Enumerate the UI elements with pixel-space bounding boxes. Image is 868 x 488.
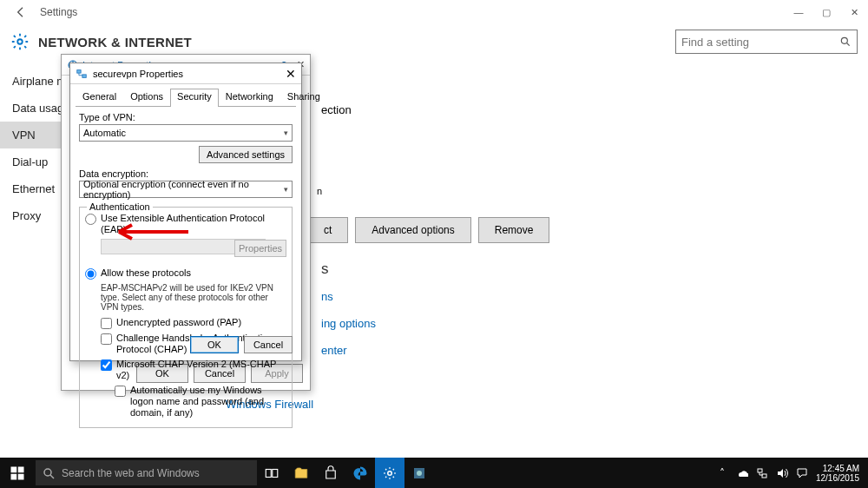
minimize-button[interactable]: — bbox=[785, 3, 812, 22]
search-input[interactable] bbox=[681, 36, 839, 49]
mschap-checkbox[interactable] bbox=[101, 359, 112, 371]
mschap-label: Microsoft CHAP Version 2 (MS-CHAP v2) bbox=[116, 359, 286, 381]
back-button[interactable] bbox=[9, 0, 33, 24]
svg-rect-7 bbox=[11, 473, 17, 479]
authentication-groupbox: Authentication Use Extensible Authentica… bbox=[79, 207, 293, 428]
tab-sharing[interactable]: Sharing bbox=[280, 89, 327, 107]
svg-point-9 bbox=[44, 469, 51, 476]
svg-rect-4 bbox=[82, 74, 86, 77]
chap-checkbox[interactable] bbox=[101, 333, 112, 345]
allow-protocols-desc: EAP-MSCHAPv2 will be used for IKEv2 VPN … bbox=[101, 283, 286, 312]
svg-rect-15 bbox=[758, 469, 762, 472]
link-windows-firewall[interactable]: Windows Firewall bbox=[226, 398, 842, 411]
auto-logon-label: Automatically use my Windows logon name … bbox=[130, 385, 286, 419]
maximize-button[interactable]: ▢ bbox=[812, 3, 840, 22]
taskbar-search-placeholder: Search the web and Windows bbox=[62, 467, 200, 479]
connect-button-partial[interactable]: ct bbox=[307, 217, 348, 243]
vpn-dialog-title: securevpn Properties bbox=[93, 69, 286, 79]
tab-strip: General Options Security Networking Shar… bbox=[76, 88, 296, 107]
pap-label: Unencrypted password (PAP) bbox=[116, 317, 241, 328]
app-button[interactable] bbox=[404, 458, 434, 488]
tab-general[interactable]: General bbox=[76, 89, 123, 107]
tab-options[interactable]: Options bbox=[123, 89, 170, 107]
data-encryption-label: Data encryption: bbox=[79, 168, 293, 179]
pap-checkbox[interactable] bbox=[101, 318, 112, 329]
tab-networking[interactable]: Networking bbox=[219, 89, 280, 107]
date: 12/16/2015 bbox=[816, 473, 859, 483]
tab-security[interactable]: Security bbox=[170, 89, 219, 107]
svg-rect-8 bbox=[18, 473, 24, 479]
svg-rect-11 bbox=[273, 469, 278, 477]
link-2[interactable]: ing options bbox=[321, 317, 842, 330]
chevron-down-icon: ▾ bbox=[284, 129, 288, 137]
tray-onedrive-icon[interactable] bbox=[736, 467, 748, 479]
link-internet-options[interactable]: Internet options bbox=[226, 371, 842, 384]
taskbar: Search the web and Windows ˄ 12:45 AM 12… bbox=[0, 458, 868, 488]
vpn-properties-dialog: securevpn Properties ✕ General Options S… bbox=[69, 63, 302, 361]
clock[interactable]: 12:45 AM 12/16/2015 bbox=[816, 464, 859, 483]
advanced-options-button[interactable]: Advanced options bbox=[355, 217, 470, 243]
svg-point-1 bbox=[841, 37, 847, 43]
allow-protocols-label: Allow these protocols bbox=[101, 267, 191, 279]
tray-chevron-up-icon[interactable]: ˄ bbox=[716, 467, 728, 479]
vpn-close-button[interactable]: ✕ bbox=[286, 67, 296, 81]
network-icon bbox=[76, 68, 88, 80]
search-icon bbox=[839, 36, 852, 48]
link-1[interactable]: ns bbox=[321, 290, 842, 303]
type-of-vpn-combo[interactable]: Automatic ▾ bbox=[79, 124, 293, 142]
advanced-settings-button[interactable]: Advanced settings bbox=[199, 146, 293, 163]
window-title: Settings bbox=[40, 6, 785, 18]
svg-rect-5 bbox=[11, 466, 17, 472]
start-button[interactable] bbox=[0, 458, 35, 488]
chevron-down-icon: ▾ bbox=[284, 185, 288, 194]
edge-button[interactable] bbox=[345, 458, 375, 488]
search-box[interactable] bbox=[675, 30, 858, 54]
allow-protocols-radio[interactable] bbox=[85, 268, 96, 280]
search-icon bbox=[43, 467, 55, 479]
svg-point-12 bbox=[388, 471, 392, 475]
authentication-legend: Authentication bbox=[87, 201, 153, 212]
auto-logon-checkbox[interactable] bbox=[115, 386, 126, 397]
file-explorer-button[interactable] bbox=[286, 458, 316, 488]
related-heading-partial: s bbox=[321, 260, 842, 278]
settings-taskbar-button[interactable] bbox=[375, 458, 404, 488]
time: 12:45 AM bbox=[816, 464, 859, 473]
tray-volume-icon[interactable] bbox=[776, 467, 788, 479]
status-partial: n bbox=[317, 186, 842, 196]
remove-button[interactable]: Remove bbox=[478, 217, 550, 243]
system-tray: ˄ 12:45 AM 12/16/2015 bbox=[716, 464, 868, 483]
vpn-ok-button[interactable]: OK bbox=[190, 336, 239, 353]
svg-point-0 bbox=[17, 39, 23, 44]
eap-radio[interactable] bbox=[85, 214, 96, 225]
type-of-vpn-label: Type of VPN: bbox=[79, 112, 293, 122]
svg-point-14 bbox=[417, 471, 422, 476]
data-encryption-combo[interactable]: Optional encryption (connect even if no … bbox=[79, 181, 293, 198]
task-view-button[interactable] bbox=[257, 458, 286, 488]
svg-rect-10 bbox=[266, 469, 271, 477]
gear-icon bbox=[10, 32, 30, 51]
store-button[interactable] bbox=[316, 458, 345, 488]
titlebar: Settings — ▢ ✕ bbox=[0, 0, 868, 24]
svg-rect-6 bbox=[18, 466, 24, 472]
tray-network-icon[interactable] bbox=[756, 467, 768, 479]
taskbar-search[interactable]: Search the web and Windows bbox=[36, 460, 257, 485]
page-title: NETWORK & INTERNET bbox=[38, 35, 675, 49]
eap-label: Use Extensible Authentication Protocol (… bbox=[101, 213, 286, 235]
close-button[interactable]: ✕ bbox=[840, 3, 868, 22]
link-3[interactable]: enter bbox=[321, 344, 842, 357]
svg-rect-3 bbox=[77, 69, 81, 73]
vpn-cancel-button[interactable]: Cancel bbox=[244, 336, 293, 353]
tray-action-center-icon[interactable] bbox=[796, 467, 808, 479]
eap-properties-button: Properties bbox=[234, 240, 286, 257]
